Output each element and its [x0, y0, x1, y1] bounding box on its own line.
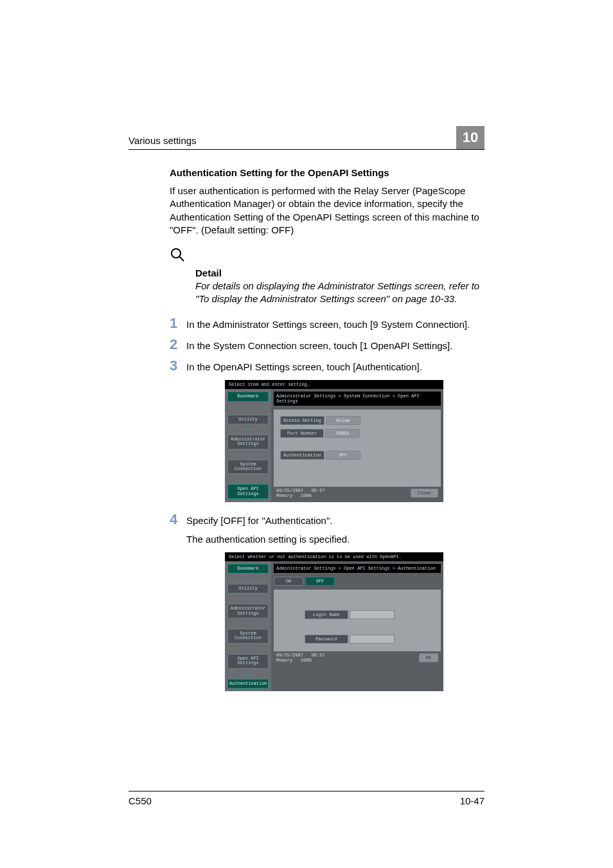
on-off-toggle: ON OFF: [274, 577, 441, 586]
openapi-settings-button[interactable]: Open API Settings: [227, 654, 269, 669]
password-row: Password: [305, 635, 395, 644]
chapter-number-badge: 10: [456, 126, 484, 149]
status-left: 09/25/2007 09:57 Memory 100%: [276, 488, 325, 498]
status-date: 09/25/2007: [276, 653, 303, 658]
panel-sidebar: Bookmark Utility ▾ Administrator Setting…: [225, 389, 271, 502]
panel-statusbar: 09/25/2007 09:57 Memory 100% Close: [274, 487, 441, 500]
admin-settings-button[interactable]: Administrator Settings: [227, 604, 269, 619]
panel-main: Administrator Settings > Open API Settin…: [271, 561, 443, 691]
authentication-button[interactable]: Authentication: [280, 451, 324, 460]
step-1: 1 In the Administrator Settings screen, …: [170, 316, 484, 331]
step-text: In the Administrator Settings screen, to…: [186, 318, 470, 331]
status-time: 09:57: [312, 488, 325, 493]
password-value: [350, 635, 395, 644]
bookmark-button[interactable]: Bookmark: [227, 392, 269, 401]
chevron-down-icon: ▾: [227, 621, 269, 626]
step-number: 3: [170, 359, 186, 373]
row-authentication: Authentication OFF: [280, 451, 360, 460]
svg-point-0: [172, 249, 181, 258]
chevron-down-icon: ▾: [227, 671, 269, 676]
access-setting-button[interactable]: Access Setting: [280, 416, 324, 425]
access-setting-value: Allow: [326, 416, 360, 425]
chevron-down-icon: ▾: [227, 476, 269, 482]
panel-sidebar: Bookmark Utility ▾ Administrator Setting…: [225, 561, 271, 691]
detail-title: Detail: [195, 267, 484, 278]
status-left: 09/25/2007 09:57 Memory 100%: [276, 653, 325, 663]
row-access-setting: Access Setting Allow: [280, 416, 360, 425]
detail-block: Detail For details on displaying the Adm…: [170, 247, 484, 306]
on-button[interactable]: ON: [274, 577, 303, 586]
system-connection-button[interactable]: System Connection: [227, 460, 269, 475]
page: Various settings 10 Authentication Setti…: [0, 0, 613, 868]
printer-panel: Select item and enter setting. Bookmark …: [225, 380, 443, 502]
status-mem-label: Memory: [276, 658, 292, 663]
panel-statusbar: 09/25/2007 09:57 Memory 100% OK: [274, 651, 441, 664]
intro-paragraph: If user authentication is performed with…: [170, 185, 484, 237]
step-number: 4: [170, 512, 186, 527]
panel-breadcrumb: Administrator Settings > System Connecti…: [274, 392, 441, 406]
page-footer: C550 10-47: [129, 791, 484, 806]
panel-body: Bookmark Utility ▾ Administrator Setting…: [225, 389, 443, 502]
login-name-button[interactable]: Login Name: [305, 610, 348, 619]
authentication-tab-button[interactable]: Authentication: [227, 679, 269, 689]
step-4-line1: Specify [OFF] for "Authentication".: [186, 514, 350, 527]
bookmark-button[interactable]: Bookmark: [227, 564, 269, 574]
utility-button[interactable]: Utility: [227, 415, 269, 424]
subsection-heading: Authentication Setting for the OpenAPI S…: [170, 167, 484, 178]
footer-model: C550: [129, 795, 152, 806]
step-4-line2: The authentication setting is specified.: [186, 533, 350, 546]
printer-panel: Select whether or not authentication is …: [225, 552, 443, 691]
status-time: 09:57: [312, 653, 325, 658]
openapi-settings-button[interactable]: Open API Settings: [227, 484, 269, 499]
authentication-value: OFF: [326, 451, 360, 460]
running-header: Various settings: [129, 135, 484, 150]
row-port-number: Port Number 50001: [280, 429, 360, 438]
chevron-down-icon: ▾: [227, 452, 269, 457]
content: Authentication Setting for the OpenAPI S…: [129, 167, 484, 691]
close-button[interactable]: Close: [411, 489, 438, 498]
status-mem-value: 100%: [301, 658, 312, 663]
chevron-down-icon: ▾: [227, 427, 269, 432]
settings-panel: Access Setting Allow Port Number 50001 A…: [274, 410, 441, 487]
footer-page-number: 10-47: [460, 795, 484, 806]
step-text: Specify [OFF] for "Authentication". The …: [186, 514, 350, 546]
step-3: 3 In the OpenAPI Settings screen, touch …: [170, 359, 484, 374]
step-number: 1: [170, 316, 186, 330]
off-button[interactable]: OFF: [305, 577, 335, 586]
login-name-value: [350, 610, 395, 619]
auth-fields-panel: Login Name Password: [274, 590, 441, 651]
screenshot-1: Select item and enter setting. Bookmark …: [225, 380, 484, 502]
panel-body: Bookmark Utility ▾ Administrator Setting…: [225, 561, 443, 691]
system-connection-button[interactable]: System Connection: [227, 629, 269, 644]
detail-body: For details on displaying the Administra…: [195, 280, 484, 306]
status-mem-value: 100%: [301, 493, 312, 498]
chevron-down-icon: ▾: [227, 646, 269, 651]
section-title: Various settings: [129, 135, 197, 146]
port-number-button[interactable]: Port Number: [280, 429, 324, 438]
status-date: 09/25/2007: [276, 488, 303, 493]
step-2: 2 In the System Connection screen, touch…: [170, 338, 484, 352]
step-4: 4 Specify [OFF] for "Authentication". Th…: [170, 512, 484, 546]
password-button[interactable]: Password: [305, 635, 348, 644]
step-text: In the OpenAPI Settings screen, touch [A…: [186, 361, 422, 374]
chevron-down-icon: ▾: [227, 596, 269, 601]
panel-title: Select whether or not authentication is …: [225, 552, 443, 561]
screenshot-2: Select whether or not authentication is …: [225, 552, 484, 691]
magnifier-icon: [170, 247, 185, 262]
svg-line-1: [179, 257, 184, 261]
login-name-row: Login Name: [305, 610, 395, 619]
panel-breadcrumb: Administrator Settings > Open API Settin…: [274, 564, 441, 573]
utility-button[interactable]: Utility: [227, 584, 269, 593]
status-mem-label: Memory: [276, 493, 292, 498]
panel-title: Select item and enter setting.: [225, 380, 443, 389]
step-text: In the System Connection screen, touch […: [186, 339, 452, 352]
panel-main: Administrator Settings > System Connecti…: [271, 389, 443, 502]
admin-settings-button[interactable]: Administrator Settings: [227, 435, 269, 449]
ok-button[interactable]: OK: [419, 653, 438, 662]
step-number: 2: [170, 338, 186, 352]
port-number-value: 50001: [325, 429, 360, 438]
